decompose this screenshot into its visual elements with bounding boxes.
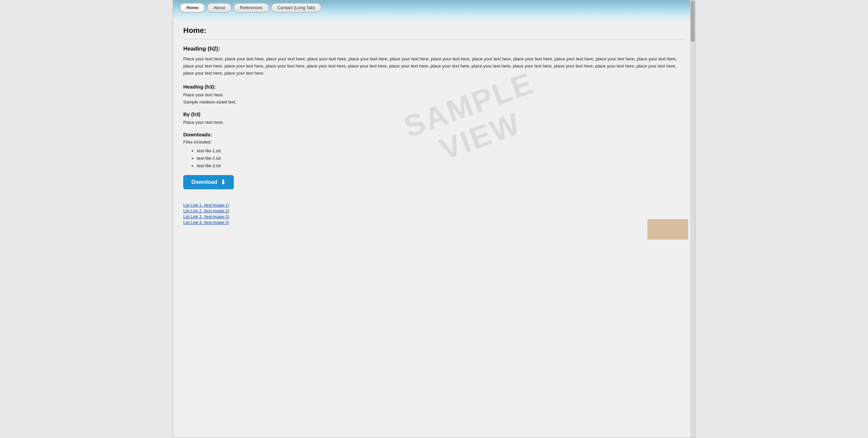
list-link-3[interactable]: List Link 3. (test-image-3) — [183, 214, 685, 219]
download-label: Download — [191, 179, 217, 185]
header: Home About References Contact (Long Tab) — [173, 0, 695, 19]
list-link-2[interactable]: List Link 2. (test-image-2) — [183, 209, 685, 213]
section2-text1: Place your text here. — [183, 92, 685, 97]
section3: By (h3) Place your text here. — [183, 111, 685, 125]
heading-h3-1: Heading (h3): — [183, 84, 685, 90]
list-item: test-file-1.txt — [197, 147, 685, 155]
download-button[interactable]: Download ⬇ — [183, 175, 234, 189]
list-item: test-file-3.txt — [197, 162, 685, 170]
list-item: test-file-2.txt — [197, 155, 685, 162]
scrollbar-thumb[interactable] — [691, 1, 695, 42]
tab-contact[interactable]: Contact (Long Tab) — [271, 3, 321, 13]
tab-about[interactable]: About — [207, 3, 231, 13]
title-divider — [183, 39, 685, 39]
files-label: Files included: — [183, 139, 685, 145]
links-section: List Link 1. (test-image-1) List Link 2.… — [183, 203, 685, 225]
files-list: test-file-1.txt test-file-2.txt test-fil… — [183, 147, 685, 170]
heading-h2: Heading (h2): — [183, 45, 685, 52]
scrollbar[interactable] — [690, 0, 695, 438]
main-content: SAMPLE VIEW Home: Heading (h2): Place yo… — [173, 19, 695, 240]
body-text-main: Place your text here, place your text he… — [183, 56, 685, 77]
section3-text1: Place your text here. — [183, 120, 685, 125]
decorative-box — [647, 219, 688, 240]
nav-tabs: Home About References Contact (Long Tab) — [180, 3, 688, 13]
section2: Heading (h3): Place your text here. Samp… — [183, 84, 685, 104]
list-link-4[interactable]: List Link 4. (test-image-3) — [183, 220, 685, 225]
download-icon: ⬇ — [221, 178, 226, 186]
tab-references[interactable]: References — [233, 3, 269, 13]
tab-home[interactable]: Home — [180, 3, 205, 13]
page-title: Home: — [183, 26, 685, 35]
heading-h3-2: By (h3) — [183, 111, 685, 117]
downloads-section: Downloads: Files included: test-file-1.t… — [183, 132, 685, 189]
section2-text2: Sample medium-sized text. — [183, 99, 685, 104]
downloads-heading: Downloads: — [183, 132, 685, 137]
list-link-1[interactable]: List Link 1. (test-image-1) — [183, 203, 685, 208]
